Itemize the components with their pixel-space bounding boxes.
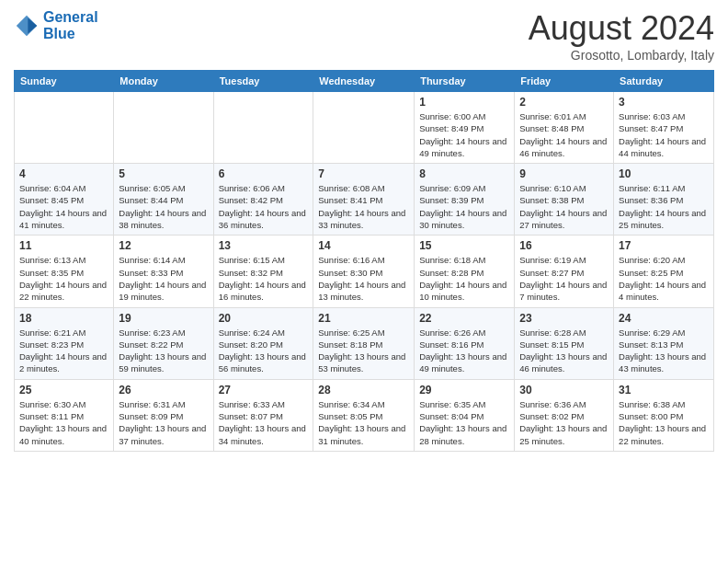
day-number: 15	[419, 239, 509, 252]
day-number: 9	[519, 167, 609, 180]
day-cell: 16Sunrise: 6:19 AMSunset: 8:27 PMDayligh…	[515, 236, 614, 307]
day-number: 22	[419, 312, 509, 325]
day-cell: 14Sunrise: 6:16 AMSunset: 8:30 PMDayligh…	[313, 236, 415, 307]
day-info: Sunrise: 6:35 AMSunset: 8:04 PMDaylight:…	[419, 398, 509, 447]
day-info: Sunrise: 6:25 AMSunset: 8:18 PMDaylight:…	[318, 327, 409, 375]
day-cell: 30Sunrise: 6:36 AMSunset: 8:02 PMDayligh…	[515, 379, 614, 451]
day-cell: 26Sunrise: 6:31 AMSunset: 8:09 PMDayligh…	[114, 379, 213, 451]
day-cell	[313, 92, 415, 164]
day-cell: 6Sunrise: 6:06 AMSunset: 8:42 PMDaylight…	[213, 164, 313, 236]
day-number: 23	[519, 312, 609, 325]
day-info: Sunrise: 6:36 AMSunset: 8:02 PMDaylight:…	[519, 398, 609, 447]
day-number: 26	[119, 384, 208, 396]
week-row-4: 18Sunrise: 6:21 AMSunset: 8:23 PMDayligh…	[15, 307, 714, 379]
day-cell: 11Sunrise: 6:13 AMSunset: 8:35 PMDayligh…	[15, 236, 114, 307]
day-number: 2	[519, 96, 609, 109]
day-cell: 19Sunrise: 6:23 AMSunset: 8:22 PMDayligh…	[114, 307, 213, 379]
day-cell: 12Sunrise: 6:14 AMSunset: 8:33 PMDayligh…	[114, 236, 213, 307]
day-info: Sunrise: 6:38 AMSunset: 8:00 PMDaylight:…	[619, 398, 709, 447]
title-area: August 2024 Grosotto, Lombardy, Italy	[529, 9, 714, 63]
day-info: Sunrise: 6:06 AMSunset: 8:42 PMDaylight:…	[219, 182, 309, 231]
weekday-header-saturday: Saturday	[614, 71, 714, 92]
header: General Blue August 2024 Grosotto, Lomba…	[14, 9, 714, 63]
day-number: 29	[419, 384, 509, 396]
day-info: Sunrise: 6:11 AMSunset: 8:36 PMDaylight:…	[619, 182, 709, 231]
day-info: Sunrise: 6:29 AMSunset: 8:13 PMDaylight:…	[619, 327, 709, 375]
day-info: Sunrise: 6:30 AMSunset: 8:11 PMDaylight:…	[19, 398, 108, 447]
day-cell: 22Sunrise: 6:26 AMSunset: 8:16 PMDayligh…	[415, 307, 515, 379]
week-row-2: 4Sunrise: 6:04 AMSunset: 8:45 PMDaylight…	[15, 164, 714, 236]
day-info: Sunrise: 6:15 AMSunset: 8:32 PMDaylight:…	[219, 254, 309, 303]
day-info: Sunrise: 6:00 AMSunset: 8:49 PMDaylight:…	[419, 110, 509, 159]
weekday-header-sunday: Sunday	[15, 71, 114, 92]
day-info: Sunrise: 6:20 AMSunset: 8:25 PMDaylight:…	[619, 254, 709, 303]
calendar-table: SundayMondayTuesdayWednesdayThursdayFrid…	[14, 70, 714, 452]
day-number: 30	[519, 384, 609, 396]
day-number: 8	[419, 167, 509, 180]
day-info: Sunrise: 6:18 AMSunset: 8:28 PMDaylight:…	[419, 254, 509, 303]
day-number: 12	[119, 239, 208, 252]
weekday-header-tuesday: Tuesday	[213, 71, 313, 92]
day-cell: 23Sunrise: 6:28 AMSunset: 8:15 PMDayligh…	[515, 307, 614, 379]
day-cell: 29Sunrise: 6:35 AMSunset: 8:04 PMDayligh…	[415, 379, 515, 451]
week-row-1: 1Sunrise: 6:00 AMSunset: 8:49 PMDaylight…	[15, 92, 714, 164]
day-cell	[213, 92, 313, 164]
week-row-3: 11Sunrise: 6:13 AMSunset: 8:35 PMDayligh…	[15, 236, 714, 307]
day-number: 5	[119, 167, 208, 180]
day-number: 28	[318, 384, 409, 396]
day-info: Sunrise: 6:34 AMSunset: 8:05 PMDaylight:…	[318, 398, 409, 447]
weekday-header-thursday: Thursday	[415, 71, 515, 92]
day-number: 25	[19, 384, 108, 396]
weekday-header-wednesday: Wednesday	[313, 71, 415, 92]
day-number: 16	[519, 239, 609, 252]
day-info: Sunrise: 6:24 AMSunset: 8:20 PMDaylight:…	[219, 327, 309, 375]
day-info: Sunrise: 6:13 AMSunset: 8:35 PMDaylight:…	[19, 254, 108, 303]
week-row-5: 25Sunrise: 6:30 AMSunset: 8:11 PMDayligh…	[15, 379, 714, 451]
day-number: 7	[318, 167, 409, 180]
weekday-header-monday: Monday	[114, 71, 213, 92]
day-number: 6	[219, 167, 309, 180]
day-cell: 8Sunrise: 6:09 AMSunset: 8:39 PMDaylight…	[415, 164, 515, 236]
day-number: 14	[318, 239, 409, 252]
day-number: 11	[19, 239, 108, 252]
day-info: Sunrise: 6:16 AMSunset: 8:30 PMDaylight:…	[318, 254, 409, 303]
day-number: 21	[318, 312, 409, 325]
weekday-header-row: SundayMondayTuesdayWednesdayThursdayFrid…	[15, 71, 714, 92]
day-info: Sunrise: 6:21 AMSunset: 8:23 PMDaylight:…	[19, 327, 108, 375]
day-info: Sunrise: 6:31 AMSunset: 8:09 PMDaylight:…	[119, 398, 208, 447]
day-cell: 4Sunrise: 6:04 AMSunset: 8:45 PMDaylight…	[15, 164, 114, 236]
day-cell: 25Sunrise: 6:30 AMSunset: 8:11 PMDayligh…	[15, 379, 114, 451]
day-info: Sunrise: 6:19 AMSunset: 8:27 PMDaylight:…	[519, 254, 609, 303]
day-cell: 5Sunrise: 6:05 AMSunset: 8:44 PMDaylight…	[114, 164, 213, 236]
day-cell: 27Sunrise: 6:33 AMSunset: 8:07 PMDayligh…	[213, 379, 313, 451]
day-cell: 18Sunrise: 6:21 AMSunset: 8:23 PMDayligh…	[15, 307, 114, 379]
day-number: 10	[619, 167, 709, 180]
main-container: General Blue August 2024 Grosotto, Lomba…	[0, 0, 728, 461]
day-cell: 21Sunrise: 6:25 AMSunset: 8:18 PMDayligh…	[313, 307, 415, 379]
day-number: 18	[19, 312, 108, 325]
day-info: Sunrise: 6:09 AMSunset: 8:39 PMDaylight:…	[419, 182, 509, 231]
day-cell: 3Sunrise: 6:03 AMSunset: 8:47 PMDaylight…	[614, 92, 714, 164]
day-cell	[15, 92, 114, 164]
location-subtitle: Grosotto, Lombardy, Italy	[529, 48, 714, 63]
day-cell: 24Sunrise: 6:29 AMSunset: 8:13 PMDayligh…	[614, 307, 714, 379]
day-number: 1	[419, 96, 509, 109]
weekday-header-friday: Friday	[515, 71, 614, 92]
day-info: Sunrise: 6:23 AMSunset: 8:22 PMDaylight:…	[119, 327, 208, 375]
logo-icon	[14, 13, 40, 39]
day-cell: 20Sunrise: 6:24 AMSunset: 8:20 PMDayligh…	[213, 307, 313, 379]
day-number: 31	[619, 384, 709, 396]
day-info: Sunrise: 6:03 AMSunset: 8:47 PMDaylight:…	[619, 110, 709, 159]
day-number: 27	[219, 384, 309, 396]
day-cell: 28Sunrise: 6:34 AMSunset: 8:05 PMDayligh…	[313, 379, 415, 451]
day-cell: 1Sunrise: 6:00 AMSunset: 8:49 PMDaylight…	[415, 92, 515, 164]
day-cell	[114, 92, 213, 164]
day-info: Sunrise: 6:26 AMSunset: 8:16 PMDaylight:…	[419, 327, 509, 375]
day-cell: 31Sunrise: 6:38 AMSunset: 8:00 PMDayligh…	[614, 379, 714, 451]
day-cell: 9Sunrise: 6:10 AMSunset: 8:38 PMDaylight…	[515, 164, 614, 236]
day-number: 17	[619, 239, 709, 252]
svg-marker-1	[28, 18, 37, 34]
day-info: Sunrise: 6:10 AMSunset: 8:38 PMDaylight:…	[519, 182, 609, 231]
day-cell: 15Sunrise: 6:18 AMSunset: 8:28 PMDayligh…	[415, 236, 515, 307]
day-number: 3	[619, 96, 709, 109]
